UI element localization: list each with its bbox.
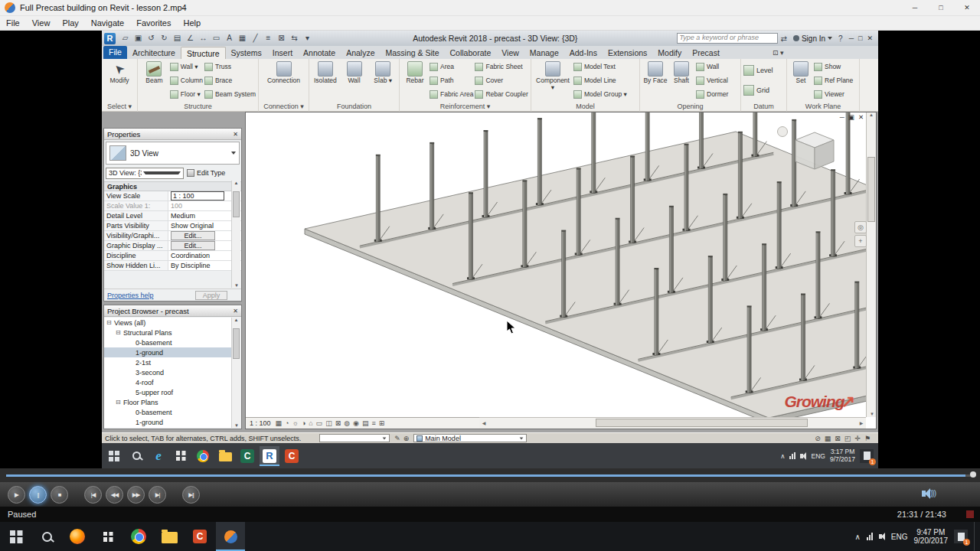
select-pinned-icon[interactable]: ⊠ (835, 435, 841, 442)
tree-item[interactable]: 1-ground (104, 417, 231, 427)
analytical-model-icon[interactable]: ≡ (371, 418, 375, 429)
panel-label[interactable]: Reinforcement ▾ (400, 102, 531, 112)
property-row[interactable]: View Scale 1 : 100 (104, 191, 241, 201)
firefox-icon[interactable] (63, 522, 92, 551)
connection-button[interactable]: Connection (264, 60, 304, 84)
apps-grid-icon[interactable] (171, 446, 191, 466)
rebar-button[interactable]: Rebar (402, 60, 428, 84)
viewcube[interactable] (791, 131, 838, 177)
reveal-hidden-icon[interactable]: ◉ (353, 418, 359, 429)
ribbon-tab[interactable]: Insert (267, 47, 298, 59)
ribbon-small-button[interactable]: Model Group ▾ (573, 88, 627, 100)
beam-button[interactable]: Beam (140, 60, 168, 84)
menu-item[interactable]: Help (177, 16, 207, 31)
search-button[interactable] (126, 446, 146, 466)
ribbon-small-button[interactable]: Area (430, 60, 473, 73)
property-row[interactable]: Show Hidden Li... By Discipline (104, 261, 241, 271)
editable-only-icon[interactable]: ✎ (394, 435, 400, 442)
sign-in-button[interactable]: Sign In (790, 34, 835, 43)
ribbon-tab[interactable]: Structure (181, 47, 226, 59)
folder-icon[interactable] (155, 522, 184, 551)
ribbon-tab[interactable]: Annotate (298, 47, 341, 59)
ribbon-big-button[interactable]: Isolated (312, 60, 339, 84)
ribbon-tab[interactable]: Collaborate (445, 47, 497, 59)
section-icon[interactable]: ╱ (249, 32, 262, 44)
ie-icon[interactable]: e (149, 446, 168, 466)
chrome-icon[interactable] (193, 446, 213, 466)
minimize-button[interactable]: ─ (902, 0, 928, 16)
design-option-combo[interactable]: Main Model (413, 434, 527, 442)
stop-button[interactable]: ■ (51, 486, 68, 504)
language-indicator[interactable]: ENG (811, 452, 825, 460)
sun-path-icon[interactable]: ☼ (292, 418, 298, 429)
properties-help-link[interactable]: Properties help (107, 292, 154, 299)
property-row[interactable]: Graphic Display ... Edit... (104, 241, 241, 251)
tray-chevron-icon[interactable]: ∧ (855, 533, 861, 541)
pause-button[interactable]: || (29, 486, 47, 504)
ribbon-small-button[interactable]: Beam System (204, 88, 256, 100)
print-icon[interactable]: ▤ (171, 32, 184, 44)
revit-minimize-button[interactable]: ─ (849, 34, 854, 42)
type-selector[interactable]: 3D View (106, 142, 240, 165)
modify-button[interactable]: ➤ Modify (104, 60, 135, 84)
instance-selector[interactable]: 3D View: {3D} (106, 168, 184, 179)
property-row[interactable]: Scale Value 1: 100 (104, 201, 241, 211)
hide-isolate-icon[interactable]: ◍ (344, 418, 350, 429)
rendering-dialog-icon[interactable]: ⌂ (309, 418, 312, 429)
maximize-button[interactable]: □ (928, 0, 954, 16)
view-horizontal-scrollbar[interactable]: ◀ ▶ (479, 417, 866, 429)
revit-close-button[interactable]: ✕ (867, 34, 873, 42)
chrome-icon[interactable] (124, 522, 153, 551)
start-button[interactable] (104, 446, 124, 466)
tree-item[interactable]: ⊟ Floor Plans (104, 397, 231, 407)
language-indicator[interactable]: ENG (891, 533, 908, 541)
ribbon-tab[interactable]: Precast (687, 47, 725, 59)
expander-icon[interactable]: ⊟ (116, 329, 123, 336)
menu-item[interactable]: Favorites (130, 16, 177, 31)
ribbon-small-button[interactable]: Model Text (573, 60, 627, 73)
expander-icon[interactable]: ⊟ (106, 319, 114, 326)
view-vertical-scrollbar[interactable]: ▲▼ (866, 112, 876, 417)
show-desktop-button[interactable] (974, 522, 977, 551)
ribbon-tab[interactable]: Analyze (341, 47, 380, 59)
ribbon-small-button[interactable]: Model Line (573, 74, 627, 86)
ribbon-small-button[interactable]: Level (743, 62, 773, 79)
camtasia-icon[interactable]: C (237, 446, 257, 466)
ribbon-big-button[interactable]: Shaft (668, 60, 694, 84)
tree-item[interactable]: ⊟ Views (all) (104, 318, 231, 328)
ribbon-small-button[interactable]: Fabric Area (430, 88, 473, 100)
tree-item[interactable]: 2-1st (104, 357, 231, 367)
tray-chevron-icon[interactable]: ∧ (780, 452, 785, 460)
viewcube-home-icon[interactable] (777, 126, 788, 137)
open-icon[interactable]: ▱ (119, 32, 132, 44)
component-button[interactable]: Component ▾ (534, 60, 572, 91)
panel-label[interactable]: Select ▾ (102, 102, 137, 112)
seek-bar[interactable] (0, 468, 980, 482)
ribbon-small-button[interactable]: Rebar Coupler (475, 88, 528, 100)
ribbon-small-button[interactable]: Floor ▾ (170, 88, 203, 100)
start-button[interactable] (2, 522, 31, 551)
select-underlay-icon[interactable]: ▦ (825, 435, 831, 442)
properties-header[interactable]: Properties ✕ (104, 129, 241, 140)
tree-item[interactable]: 3-second (104, 367, 231, 377)
apply-button[interactable]: Apply (195, 291, 227, 300)
action-center-icon[interactable]: 1 (954, 530, 968, 543)
visual-style-icon[interactable]: ◔ (285, 418, 289, 429)
ribbon-tab[interactable]: Add-Ins (564, 47, 603, 59)
rewind-button[interactable]: ◀◀ (106, 486, 123, 504)
panel-label[interactable]: Connection ▾ (259, 102, 309, 112)
revit-restore-button[interactable]: □ (858, 34, 862, 42)
steering-wheel-icon[interactable]: ◎ (854, 221, 867, 233)
ribbon-tab[interactable]: File (103, 46, 127, 59)
pan-zoom-icon[interactable]: + (854, 235, 867, 247)
ribbon-small-button[interactable]: Viewer (814, 88, 853, 100)
select-by-face-icon[interactable]: ◰ (844, 435, 851, 442)
tree-item[interactable]: 0-basement (104, 337, 231, 347)
detail-level-icon[interactable]: ▦ (276, 418, 283, 429)
help-icon[interactable]: ? (836, 34, 845, 43)
clock[interactable]: 3:17 PM9/7/2017 (830, 448, 855, 464)
ribbon-tab[interactable]: Manage (524, 47, 564, 59)
previous-button[interactable]: |◀ (84, 486, 102, 504)
ribbon-big-button[interactable]: By Face (642, 60, 668, 84)
displacement-icon[interactable]: ⊞ (379, 418, 385, 429)
